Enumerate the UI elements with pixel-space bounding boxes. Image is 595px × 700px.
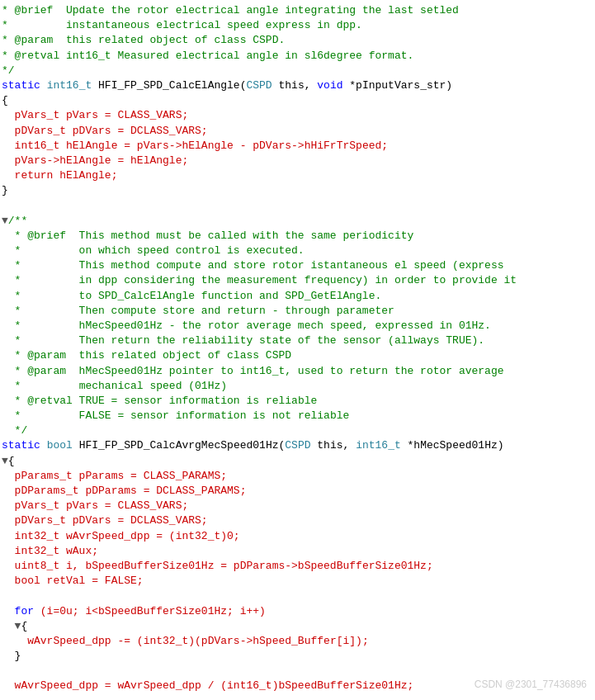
line-blank1	[0, 198, 595, 213]
line-36: int32_t wAvrSpeed_dpp = (int32_t)0;	[0, 529, 595, 544]
line-11: pVars->hElAngle = hElAngle;	[0, 154, 595, 168]
line-43: }	[0, 649, 595, 664]
line-39: bool retVal = FALSE;	[0, 574, 595, 589]
line-blank3	[0, 664, 595, 679]
line-4: * @retval int16_t Measured electrical an…	[0, 49, 595, 64]
line-42: wAvrSpeed_dpp -= (int32_t)(pDVars->hSpee…	[0, 634, 595, 649]
line-21: * Then compute store and return - throug…	[0, 304, 595, 319]
line-18: * This method compute and store rotor is…	[0, 258, 595, 273]
line-28: * FALSE = sensor information is not reli…	[0, 409, 595, 423]
line-17: * on which speed control is executed.	[0, 244, 595, 258]
line-34: pVars_t pVars = CLASS_VARS;	[0, 499, 595, 513]
line-3: * @param this related object of class CS…	[0, 33, 595, 48]
line-19: * in dpp considering the measurement fre…	[0, 273, 595, 288]
line-16: * @brief This method must be called with…	[0, 229, 595, 244]
line-7: {	[0, 93, 595, 108]
line-29: */	[0, 423, 595, 438]
line-blank2	[0, 589, 595, 603]
line-12: return hElAngle;	[0, 168, 595, 183]
line-22: * hMecSpeed01Hz - the rotor average mech…	[0, 319, 595, 333]
watermark: CSDN @2301_77436896	[475, 678, 587, 692]
line-32: pParams_t pParams = CLASS_PARAMS;	[0, 469, 595, 484]
line-23: * Then return the reliability state of t…	[0, 333, 595, 348]
line-38: uint8_t i, bSpeedBufferSize01Hz = pDPara…	[0, 559, 595, 574]
line-10: int16_t hElAngle = pVars->hElAngle - pDV…	[0, 139, 595, 154]
line-5: */	[0, 64, 595, 78]
line-2: * instantaneous electrical speed express…	[0, 18, 595, 33]
line-31: ▼{	[0, 454, 595, 469]
line-8: pVars_t pVars = CLASS_VARS;	[0, 108, 595, 123]
line-41: ▼{	[0, 619, 595, 634]
line-35: pDVars_t pDVars = DCLASS_VARS;	[0, 513, 595, 528]
line-9: pDVars_t pDVars = DCLASS_VARS;	[0, 124, 595, 139]
line-15: ▼/**	[0, 214, 595, 229]
line-40: for (i=0u; i<bSpeedBufferSize01Hz; i++)	[0, 604, 595, 619]
code-container: * @brief Update the rotor electrical ang…	[0, 0, 595, 700]
line-30: static bool HFI_FP_SPD_CalcAvrgMecSpeed0…	[0, 438, 595, 453]
line-24: * @param this related object of class CS…	[0, 348, 595, 363]
line-33: pDParams_t pDParams = DCLASS_PARAMS;	[0, 484, 595, 499]
line-37: int32_t wAux;	[0, 544, 595, 559]
line-20: * to SPD_CalcElAngle function and SPD_Ge…	[0, 289, 595, 304]
line-blank4	[0, 694, 595, 700]
line-26: * mechanical speed (01Hz)	[0, 379, 595, 394]
line-6: static int16_t HFI_FP_SPD_CalcElAngle(CS…	[0, 78, 595, 93]
line-25: * @param hMecSpeed01Hz pointer to int16_…	[0, 364, 595, 379]
line-13: }	[0, 183, 595, 198]
line-1: * @brief Update the rotor electrical ang…	[0, 3, 595, 18]
line-27: * @retval TRUE = sensor information is r…	[0, 394, 595, 409]
